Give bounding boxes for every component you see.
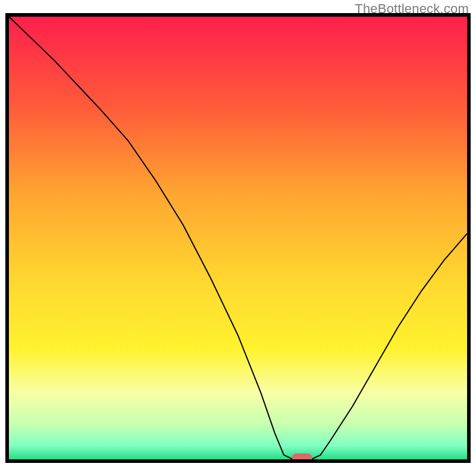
bottleneck-chart — [0, 0, 476, 476]
chart-container: TheBottleneck.com — [0, 0, 476, 476]
gradient-background — [9, 17, 467, 459]
plot-area — [7, 15, 469, 463]
